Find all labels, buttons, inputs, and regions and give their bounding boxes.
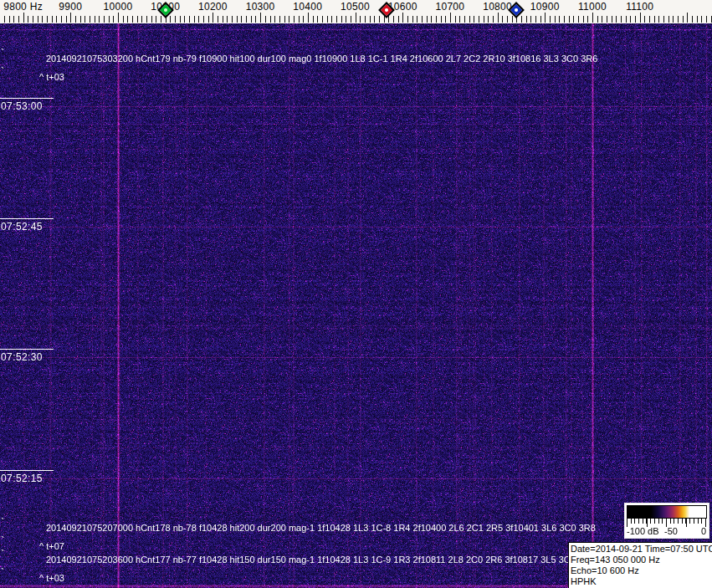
echo-annotation: ^ t+07 <box>39 541 64 551</box>
info-frequency: Freq=143 050 000 Hz <box>571 555 712 565</box>
echo-annotation: 20140921075207000 hCnt178 nb-78 f10428 h… <box>46 523 596 533</box>
time-label: 07:52:15 <box>0 470 54 484</box>
colorbar-gradient <box>627 505 707 519</box>
colorbar-labels: -100 dB -50 0 <box>625 527 709 537</box>
time-label: 07:52:45 <box>0 218 54 233</box>
station-info-box: Date=2014-09-21 Time=07:50 UTC Freq=143 … <box>568 542 712 588</box>
echo-annotation: 20140921075203600 hCnt177 nb-77 f10428 h… <box>46 555 576 565</box>
info-date-time: Date=2014-09-21 Time=07:50 UTC <box>571 544 712 555</box>
time-label: 07:52:30 <box>0 349 54 363</box>
edge-mark: ` <box>1 551 4 558</box>
edge-mark: ` <box>1 69 4 75</box>
edge-mark: ` <box>1 50 4 57</box>
edge-mark: ` <box>1 570 4 576</box>
colorbar-label-max: 0 <box>701 526 706 536</box>
edge-mark: ` <box>1 538 4 545</box>
colorbar-label-min: -100 dB <box>627 526 659 536</box>
edge-mark: ` <box>1 519 4 526</box>
echo-annotation: 20140921075303200 hCnt179 nb-79 f10900 h… <box>46 54 597 64</box>
time-label: 07:53:00 <box>0 98 54 112</box>
spectrogram-overlays: 07:53:0007:52:4507:52:3007:52:1520140921… <box>0 0 712 588</box>
intensity-colorbar: -100 dB -50 0 <box>624 503 709 539</box>
echo-annotation: ^ t+03 <box>39 72 64 82</box>
echo-annotation: ^ t+03 <box>39 573 64 583</box>
meteor-spectrogram-screen: 9800 Hz990010000101001020010300104001050… <box>0 0 712 588</box>
colorbar-label-mid: -50 <box>664 526 678 536</box>
info-echo-frequency: Echo=10 600 Hz <box>571 565 712 576</box>
info-station-id: HPHK <box>571 576 712 587</box>
